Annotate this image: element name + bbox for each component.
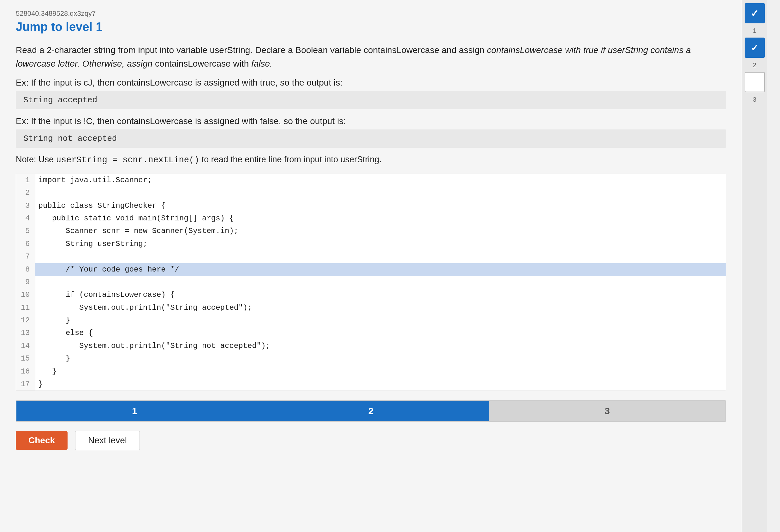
line-number: 1	[16, 174, 35, 187]
note-code: userString = scnr.nextLine()	[56, 155, 199, 165]
line-number: 15	[16, 352, 35, 365]
line-number: 12	[16, 314, 35, 327]
table-row: 9	[16, 276, 726, 289]
table-row: 8 /* Your code goes here */	[16, 263, 726, 276]
line-code[interactable]: }	[35, 352, 726, 365]
level-1-segment[interactable]: 1	[16, 401, 253, 421]
table-row: 17 }	[16, 378, 726, 391]
line-code[interactable]: }	[35, 378, 726, 391]
line-code[interactable]	[35, 276, 726, 289]
line-code[interactable]: public class StringChecker {	[35, 199, 726, 212]
next-level-button[interactable]: Next level	[75, 431, 140, 450]
line-code[interactable]	[35, 187, 726, 199]
table-row: 10 if (containsLowercase) {	[16, 289, 726, 301]
problem-id: 528040.3489528.qx3zqy7	[16, 9, 726, 18]
table-row: 13 else {	[16, 327, 726, 339]
note-suffix: to read the entire line from input into …	[199, 155, 382, 164]
line-number: 16	[16, 365, 35, 378]
sidebar-num-3: 3	[753, 96, 756, 103]
table-row: 12 }	[16, 314, 726, 327]
level-3-segment[interactable]: 3	[489, 401, 725, 421]
example1-code: String accepted	[16, 91, 726, 109]
example2-label: Ex: If the input is !C, then containsLow…	[16, 116, 726, 126]
desc-text3: containsLowercase	[155, 59, 231, 68]
note-block: Note: Use userString = scnr.nextLine() t…	[16, 155, 726, 165]
table-row: 4 public static void main(String[] args)…	[16, 212, 726, 225]
line-number: 17	[16, 378, 35, 391]
line-code[interactable]: }	[35, 365, 726, 378]
main-content: 528040.3489528.qx3zqy7 Jump to level 1 R…	[0, 0, 742, 532]
sidebar-num-1: 1	[753, 27, 756, 35]
code-editor[interactable]: 1 import java.util.Scanner; 2 3 public c…	[16, 174, 726, 391]
line-number: 13	[16, 327, 35, 339]
table-row: 3 public class StringChecker {	[16, 199, 726, 212]
check-button[interactable]: Check	[16, 431, 67, 450]
sidebar-item-2[interactable]: ✓	[745, 38, 765, 58]
table-row: 6 String userString;	[16, 238, 726, 250]
note-prefix: Note: Use	[16, 155, 56, 164]
sidebar: ✓ 1 ✓ 2 3	[742, 0, 767, 532]
line-code[interactable]: /* Your code goes here */	[35, 263, 726, 276]
example2-code: String not accepted	[16, 130, 726, 148]
table-row: 15 }	[16, 352, 726, 365]
desc-text5: false.	[251, 59, 273, 68]
line-code[interactable]: }	[35, 314, 726, 327]
table-row: 7	[16, 250, 726, 263]
line-code[interactable]: import java.util.Scanner;	[35, 174, 726, 187]
example1-label: Ex: If the input is cJ, then containsLow…	[16, 78, 726, 88]
sidebar-item-1[interactable]: ✓	[745, 3, 765, 23]
line-number: 3	[16, 199, 35, 212]
line-code[interactable]: public static void main(String[] args) {	[35, 212, 726, 225]
line-code[interactable]: System.out.println("String accepted");	[35, 301, 726, 314]
table-row: 2	[16, 187, 726, 199]
line-code[interactable]: Scanner scnr = new Scanner(System.in);	[35, 225, 726, 237]
desc-text4: with	[233, 59, 251, 68]
level-2-segment[interactable]: 2	[253, 401, 489, 421]
line-number: 5	[16, 225, 35, 237]
sidebar-item-3[interactable]	[745, 72, 765, 92]
check-icon-1: ✓	[751, 8, 759, 19]
line-code[interactable]: System.out.println("String not accepted"…	[35, 340, 726, 352]
line-number: 11	[16, 301, 35, 314]
editor-table: 1 import java.util.Scanner; 2 3 public c…	[16, 174, 726, 391]
levels-bar[interactable]: 1 2 3	[16, 400, 726, 422]
check-icon-2: ✓	[751, 42, 759, 53]
line-number: 9	[16, 276, 35, 289]
line-code[interactable]: if (containsLowercase) {	[35, 289, 726, 301]
line-number: 10	[16, 289, 35, 301]
line-number: 14	[16, 340, 35, 352]
line-number: 7	[16, 250, 35, 263]
table-row: 1 import java.util.Scanner;	[16, 174, 726, 187]
line-number: 6	[16, 238, 35, 250]
page-wrapper: 528040.3489528.qx3zqy7 Jump to level 1 R…	[0, 0, 780, 532]
line-code[interactable]: else {	[35, 327, 726, 339]
line-number: 8	[16, 263, 35, 276]
line-code[interactable]	[35, 250, 726, 263]
table-row: 14 System.out.println("String not accept…	[16, 340, 726, 352]
jump-to-level-heading: Jump to level 1	[16, 20, 726, 34]
sidebar-num-2: 2	[753, 61, 756, 69]
line-number: 4	[16, 212, 35, 225]
line-code[interactable]: String userString;	[35, 238, 726, 250]
description-block: Read a 2-character string from input int…	[16, 43, 726, 71]
bottom-buttons: Check Next level	[16, 431, 726, 450]
line-number: 2	[16, 187, 35, 199]
table-row: 16 }	[16, 365, 726, 378]
table-row: 5 Scanner scnr = new Scanner(System.in);	[16, 225, 726, 237]
table-row: 11 System.out.println("String accepted")…	[16, 301, 726, 314]
desc-text1: Read a 2-character string from input int…	[16, 45, 485, 55]
